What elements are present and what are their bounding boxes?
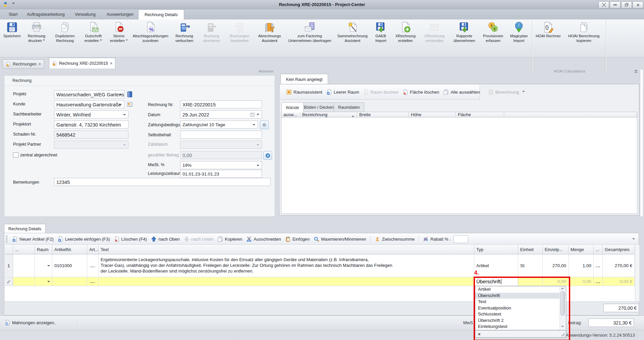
dropdown-clear-icon[interactable]: × (478, 332, 481, 337)
close-tab-icon[interactable]: × (39, 62, 41, 66)
kunde-combobox[interactable]: Hausverwaltung Gartenstraße (54, 100, 124, 108)
scroll-thumb[interactable] (560, 291, 565, 315)
provisionen-erfassen-button[interactable]: €$ Provisionen erfassen (479, 20, 507, 52)
resize-grip-icon[interactable] (561, 333, 565, 337)
alle-auswaehlen-button[interactable]: Alle auswählen (442, 88, 481, 96)
subtab-waende[interactable]: Wände (281, 102, 304, 112)
column-header-flaeche[interactable]: Fläche (456, 112, 504, 117)
row-indicator[interactable]: 1 (5, 254, 13, 277)
close-tab-icon[interactable]: × (110, 61, 112, 66)
edit-cell-gesamtpreis[interactable]: 0,00 € (603, 277, 635, 286)
rabatt-label-button[interactable]: % Rabatt % : (422, 235, 452, 243)
close-button[interactable]: × (633, 1, 643, 8)
storno-erstellen-button[interactable]: Storno erstellen (107, 20, 131, 52)
flaeche-loeschen-button[interactable]: Fläche löschen (401, 88, 440, 96)
doc-tab-rechnungen[interactable]: Rechnungen × (3, 59, 44, 69)
datum-dropdown-icon[interactable] (257, 114, 259, 116)
column-header-artikelnr[interactable]: ArtikelNr. (52, 245, 87, 254)
selbstbehalt-input[interactable] (180, 131, 262, 139)
typ-combo-editor[interactable]: Überschrift (474, 277, 518, 286)
sammelrechnung-assistent-button[interactable]: Sammelrechnung Assistent (335, 20, 370, 52)
gaeb-import-button[interactable]: GAEB Import (370, 20, 391, 52)
dropdown-option-ueberschrift2[interactable]: Überschrift 2 (475, 318, 566, 324)
rechnung-drucken-button[interactable]: Rechnung drucken (23, 20, 50, 52)
vertical-splitter[interactable] (640, 69, 643, 217)
row-cell-text[interactable]: Ergebnisorientierte Leckageortungspausch… (99, 254, 474, 277)
column-header-typ[interactable]: Typ (474, 245, 518, 254)
row-cell-raum[interactable] (35, 254, 52, 277)
column-header-dots[interactable]: ... (13, 245, 35, 254)
mwst-combobox[interactable]: 19% (180, 161, 262, 169)
column-header-menge[interactable]: Menge (569, 245, 594, 254)
row-cell-einheit[interactable]: St (518, 254, 543, 277)
project-book-icon[interactable] (126, 91, 133, 98)
projektort-input[interactable]: Gartenstr. 4, 73230 Kirchheim (54, 120, 128, 129)
neuer-artikel-button[interactable]: Neuer Artikel (F2) (11, 235, 55, 243)
zahlungsbedingungen-settings-button[interactable] (260, 120, 269, 129)
scroll-up-icon[interactable] (561, 288, 564, 289)
rechnung-nr-input[interactable]: XRE-20220015 (180, 100, 262, 108)
column-header-breite[interactable]: Breite (357, 112, 409, 117)
nach-oben-button[interactable]: nach Oben (150, 235, 181, 243)
column-header-einzelpreis[interactable]: Einzelp... (543, 245, 569, 254)
dropdown-option-eventualposition[interactable]: Eventualposition (475, 305, 566, 311)
duplizieren-rechnung-button[interactable]: Duplizieren Rechnung (50, 20, 79, 52)
customer-card-icon[interactable] (126, 101, 133, 108)
column-header-ausw[interactable]: ausw... (281, 112, 300, 117)
dropdown-option-artikel[interactable]: Artikel (475, 286, 566, 293)
leistungszeitraum-input[interactable]: 01.01.23-31.01.23 (180, 170, 262, 178)
schaden-nr-input[interactable]: 5468542 (54, 131, 128, 139)
mahnungen-anzeigen-button[interactable]: Mahnungen anzeigen.. (3, 319, 58, 327)
column-header-einheit[interactable]: Einheit (518, 245, 543, 254)
speichern-button[interactable]: Speichern (1, 20, 23, 52)
fullscreen-button[interactable] (598, 1, 609, 8)
row-cell-gesamtpreis[interactable]: 270,00 € (603, 254, 635, 277)
hoai-rechner-button[interactable]: {} HOAI Rechner (534, 20, 562, 52)
dropdown-scrollbar[interactable] (559, 287, 566, 330)
restore-button[interactable] (621, 1, 632, 8)
row-cell-artikelnr[interactable]: 0101000 (52, 254, 87, 277)
room-state-tab[interactable]: Kein Raum angelegt (280, 74, 328, 85)
edit-cell-ellipsis[interactable]: ... (594, 277, 603, 286)
toolbar-overflow-icon[interactable] (632, 238, 635, 241)
bemerkungen-input[interactable]: 12345 (54, 178, 271, 186)
abrechnungs-assistent-button[interactable]: Abrechnungs Assistent (255, 20, 285, 52)
doc-tab-rechnung-xre[interactable]: Rechnung XRE-20220015 × (49, 58, 115, 68)
subtab-boeden-decken[interactable]: Böden / Decken (300, 102, 338, 112)
factoring-uebertragen-button[interactable]: zum Factoring Unternehmen übertragen (285, 20, 335, 52)
einfuegen-button[interactable]: Einfügen (284, 235, 311, 243)
column-header-raum[interactable]: Raum (35, 245, 52, 254)
tab-auftragsbearbeitung[interactable]: Auftragsbearbeitung (21, 9, 71, 19)
raumassistent-button[interactable]: Raumassistent (285, 88, 324, 96)
row-cell-typ[interactable]: Artikel (474, 254, 518, 277)
row-cell-art-ellipsis[interactable]: ... (87, 254, 99, 277)
toolbar-grip[interactable] (6, 235, 7, 243)
dropdown-option-einleitungstext[interactable]: Einleitungstext (475, 324, 566, 330)
edit-cell-menge[interactable]: 0,00 (569, 277, 594, 286)
dropdown-option-ueberschrift[interactable]: Überschrift (475, 293, 566, 299)
calendar-icon[interactable] (250, 112, 255, 118)
hoai-berechnung-kopieren-button[interactable]: HOAI Berechnung kopieren (562, 20, 605, 52)
edit-cell-text[interactable] (99, 277, 474, 286)
kopieren-button[interactable]: Kopieren (216, 235, 244, 243)
edit-cell-artikelnr[interactable] (52, 277, 87, 286)
dropdown-option-text[interactable]: Text (475, 299, 566, 305)
edit-row-indicator[interactable] (5, 277, 13, 286)
xrechnung-erstellen-button[interactable]: XRechnung erstellen (391, 20, 419, 52)
leerzeile-einfuegen-button[interactable]: Leerzeile einfügen (F3) (56, 235, 111, 243)
rapporte-uebernehmen-button[interactable]: Rapporte übernehmen (449, 20, 479, 52)
rabatt-input[interactable] (453, 235, 468, 243)
edit-cell-einzelpreis[interactable]: 0,00 (543, 277, 569, 286)
rechnung-verbuchen-button[interactable]: Rechnung verbuchen (170, 20, 199, 52)
tab-auswertungen[interactable]: Auswertungen (101, 9, 140, 19)
scroll-down-icon[interactable] (561, 326, 564, 329)
grid-vertical-scrollbar[interactable] (635, 245, 639, 301)
column-header-art[interactable]: Art... (87, 245, 99, 254)
leerer-raum-button[interactable]: Leerer Raum (325, 88, 361, 96)
row-cell-dots[interactable] (13, 254, 35, 277)
dropdown-option-schlusstext[interactable]: Schlusstext (475, 311, 566, 318)
projekt-combobox[interactable]: Wasserschaden_WEG Gartenstr... (54, 90, 124, 98)
berechnung-dropdown-icon[interactable] (522, 91, 525, 94)
column-header-hoehe[interactable]: Höhe (409, 112, 456, 117)
magicplan-import-button[interactable]: Magicplan Import (507, 20, 531, 52)
